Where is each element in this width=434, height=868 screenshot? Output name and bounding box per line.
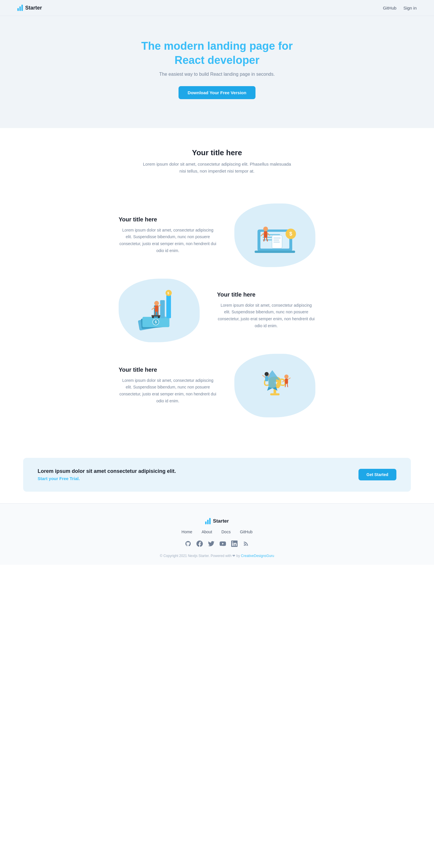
footer-bar-2 — [207, 520, 209, 524]
youtube-icon[interactable] — [220, 540, 226, 547]
logo-bar-2 — [19, 6, 21, 11]
feature-row-3: Your title here Lorem ipsum dolor sit am… — [87, 354, 347, 417]
feature-1-text: Your title here Lorem ipsum dolor sit am… — [119, 216, 217, 254]
svg-rect-45 — [285, 379, 288, 384]
hero-title: The modern landing page for React develo… — [11, 39, 423, 68]
nav-links: GitHub Sign in — [383, 5, 417, 10]
copyright-link[interactable]: CreativeDesignsGuru — [241, 554, 274, 558]
svg-rect-29 — [155, 306, 158, 312]
feature-1-svg: $ — [246, 212, 304, 258]
svg-rect-5 — [255, 251, 295, 253]
feature-row-2: Your title here Lorem ipsum dolor sit am… — [87, 279, 347, 342]
navbar: Starter GitHub Sign in — [0, 0, 434, 16]
hero-subtitle: The easiest way to build React landing p… — [11, 72, 423, 77]
cta-get-started-button[interactable]: Get Started — [358, 469, 396, 480]
footer-link-docs[interactable]: Docs — [221, 530, 231, 534]
feature-3-text: Your title here Lorem ipsum dolor sit am… — [119, 367, 217, 405]
svg-rect-25 — [166, 295, 171, 318]
nav-github-link[interactable]: GitHub — [383, 5, 396, 10]
twitter-icon[interactable] — [208, 540, 214, 547]
facebook-icon[interactable] — [197, 540, 203, 547]
footer-bar-1 — [205, 521, 207, 524]
logo-bar-3 — [21, 5, 23, 11]
github-icon[interactable] — [185, 540, 191, 547]
svg-text:$: $ — [167, 291, 169, 295]
svg-line-49 — [287, 384, 288, 387]
hero-cta-button[interactable]: Download Your Free Version — [178, 86, 256, 99]
hero-section: The modern landing page for React develo… — [0, 16, 434, 128]
footer-link-about[interactable]: About — [202, 530, 212, 534]
feature-1-image: $ — [234, 204, 315, 267]
logo-bar-1 — [17, 8, 19, 11]
svg-rect-17 — [273, 242, 280, 243]
svg-point-40 — [264, 372, 268, 376]
footer: Starter Home About Docs GitHub © Copyrig… — [0, 503, 434, 565]
svg-line-33 — [158, 312, 158, 315]
svg-point-44 — [284, 375, 288, 379]
svg-rect-24 — [160, 300, 165, 318]
feature-3-title: Your title here — [119, 367, 217, 373]
feature-3-svg: ★ — [246, 363, 304, 409]
nav-signin-link[interactable]: Sign in — [403, 5, 417, 10]
svg-point-36 — [158, 316, 160, 318]
cta-title: Lorem ipsum dolor sit amet consectetur a… — [38, 468, 176, 474]
footer-brand-name: Starter — [213, 518, 229, 524]
feature-2-desc: Lorem ipsum dolor sit amet, consectetur … — [217, 302, 315, 330]
feature-3-image: ★ — [234, 354, 315, 417]
logo-icon — [17, 5, 23, 11]
svg-rect-16 — [273, 240, 279, 241]
footer-logo-icon — [205, 518, 211, 524]
footer-bar-3 — [209, 518, 211, 524]
copyright-text: © Copyright 2021 Nextjs Starter. Powered… — [160, 554, 241, 558]
svg-line-42 — [262, 375, 265, 377]
feature-2-svg: $ $ — [130, 287, 188, 334]
cta-text-block: Lorem ipsum dolor sit amet consectetur a… — [38, 468, 176, 481]
feature-1-desc: Lorem ipsum dolor sit amet, consectetur … — [119, 227, 217, 254]
footer-link-github[interactable]: GitHub — [240, 530, 253, 534]
svg-rect-15 — [273, 238, 281, 239]
feature-2-title: Your title here — [217, 291, 315, 298]
linkedin-icon[interactable] — [231, 540, 237, 547]
footer-link-home[interactable]: Home — [181, 530, 192, 534]
section-title-block: Your title here Lorem ipsum dolor sit am… — [0, 128, 434, 180]
svg-rect-9 — [264, 231, 267, 238]
svg-rect-38 — [270, 393, 280, 395]
footer-copyright: © Copyright 2021 Nextjs Starter. Powered… — [11, 554, 423, 558]
footer-nav-links: Home About Docs GitHub — [11, 530, 423, 534]
svg-text:$: $ — [155, 320, 157, 324]
svg-point-8 — [263, 227, 268, 231]
svg-line-32 — [155, 312, 156, 315]
brand-name: Starter — [25, 5, 42, 11]
footer-social-icons — [11, 540, 423, 547]
svg-rect-41 — [265, 376, 268, 381]
cta-trial-link[interactable]: Start your Free Trial. — [38, 476, 80, 481]
features-section: Your title here Lorem ipsum dolor sit am… — [0, 180, 434, 446]
svg-line-47 — [288, 378, 290, 379]
cta-banner: Lorem ipsum dolor sit amet consectetur a… — [23, 458, 411, 492]
feature-2-image: $ $ — [119, 279, 200, 342]
footer-logo: Starter — [11, 518, 423, 524]
feature-2-text: Your title here Lorem ipsum dolor sit am… — [217, 291, 315, 330]
logo: Starter — [17, 5, 42, 11]
feature-row-1: Your title here Lorem ipsum dolor sit am… — [87, 204, 347, 267]
section-description: Lorem ipsum dolor sit amet, consectetur … — [142, 161, 292, 175]
rss-icon[interactable] — [243, 540, 249, 547]
svg-text:$: $ — [289, 231, 292, 237]
feature-1-title: Your title here — [119, 216, 217, 223]
svg-point-28 — [154, 301, 159, 306]
hero-title-line1: The modern landing page for — [141, 40, 293, 52]
hero-title-line2: React developer — [174, 54, 260, 66]
section-title: Your title here — [11, 148, 423, 157]
feature-3-desc: Lorem ipsum dolor sit amet, consectetur … — [119, 377, 217, 405]
svg-point-35 — [152, 316, 154, 318]
